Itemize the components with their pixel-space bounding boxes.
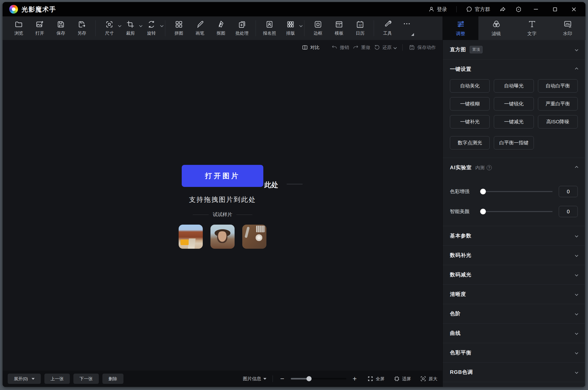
digital-dim-light-header[interactable]: 数码减光 bbox=[443, 265, 585, 284]
tab-filter[interactable]: 滤镜 bbox=[478, 16, 514, 40]
smart-beauty-slider[interactable] bbox=[480, 208, 553, 215]
login-button[interactable]: 登录 bbox=[428, 6, 447, 13]
tool-crop[interactable]: 裁剪 bbox=[121, 20, 140, 36]
tool-open[interactable]: 打开 bbox=[30, 20, 49, 36]
auto-white-balance-button[interactable]: 自动白平衡 bbox=[538, 79, 578, 93]
fit-screen-button[interactable]: 适屏 bbox=[394, 376, 411, 382]
high-iso-denoise-button[interactable]: 高ISO降噪 bbox=[538, 115, 578, 128]
delete-button[interactable]: 删除 bbox=[102, 374, 123, 384]
one-key-header[interactable]: 一键设置 bbox=[443, 59, 585, 79]
redo-button[interactable]: 重做 bbox=[353, 44, 370, 51]
tool-layout[interactable]: 排版 bbox=[281, 20, 300, 36]
official-group-button[interactable]: 官方群 bbox=[466, 6, 490, 13]
tool-cutout[interactable]: 抠图 bbox=[211, 20, 230, 36]
previous-button[interactable]: 上一张 bbox=[44, 374, 70, 384]
tool-template[interactable]: 模板 bbox=[330, 20, 349, 36]
compare-label: 对比 bbox=[310, 44, 320, 51]
tool-tools[interactable]: 工具 bbox=[378, 20, 397, 36]
thumb-detail bbox=[217, 231, 227, 243]
tool-id-photo[interactable]: 报名照 bbox=[260, 20, 279, 36]
tool-save[interactable]: 保存 bbox=[51, 20, 70, 36]
one-key-sharpen-button[interactable]: 一键锐化 bbox=[494, 97, 534, 111]
canvas-area[interactable]: 对比 撤销 重做 还原 bbox=[3, 40, 442, 371]
one-key-blur-button[interactable]: 一键模糊 bbox=[450, 97, 490, 111]
app-window: 光影魔术手 登录 官方群 bbox=[3, 2, 585, 387]
rgb-tone-header[interactable]: RGB色调 bbox=[443, 363, 585, 382]
color-enhance-slider[interactable] bbox=[480, 188, 553, 195]
tool-batch[interactable]: 批处理 bbox=[233, 20, 252, 36]
auto-exposure-button[interactable]: 自动曝光 bbox=[494, 79, 534, 93]
user-icon bbox=[428, 6, 435, 12]
severe-white-balance-button[interactable]: 严重白平衡 bbox=[538, 97, 578, 111]
zoom-in-button[interactable]: + bbox=[351, 375, 358, 383]
zoom-out-button[interactable]: − bbox=[279, 375, 286, 383]
tool-label: 日历 bbox=[356, 30, 364, 36]
smart-beauty-label: 智能美颜 bbox=[450, 208, 480, 215]
tool-label: 批处理 bbox=[236, 30, 249, 36]
tab-text[interactable]: 文字 bbox=[514, 16, 550, 40]
help-icon[interactable]: ? bbox=[487, 165, 492, 170]
tool-more[interactable] bbox=[399, 21, 415, 35]
slider-handle[interactable] bbox=[480, 189, 486, 194]
tool-calendar[interactable]: 12 日历 bbox=[351, 20, 370, 36]
histogram-header[interactable]: 直方图 置顶 bbox=[443, 40, 585, 59]
dropdown-arrow-icon bbox=[32, 378, 35, 380]
one-key-dim-light-button[interactable]: 一键减光 bbox=[494, 115, 534, 128]
smart-beauty-value[interactable]: 0 bbox=[559, 206, 578, 217]
tool-brush[interactable]: 画笔 bbox=[190, 20, 209, 36]
window-minimize-button[interactable] bbox=[531, 5, 541, 14]
tool-save-as[interactable]: 另存 bbox=[72, 20, 91, 36]
ai-lab-header[interactable]: AI实验室 内测 ? bbox=[443, 158, 585, 177]
tool-label: 报名照 bbox=[263, 30, 276, 36]
tab-adjust[interactable]: 调整 bbox=[443, 16, 478, 40]
curves-header[interactable]: 曲线 bbox=[443, 324, 585, 343]
tool-browse[interactable]: 浏览 bbox=[9, 20, 28, 36]
open-image-button[interactable]: 打开图片 bbox=[182, 165, 263, 187]
compare-button[interactable]: 对比 bbox=[302, 44, 320, 51]
tool-label: 抠图 bbox=[217, 30, 225, 36]
digital-fill-light-header[interactable]: 数码补光 bbox=[443, 246, 585, 265]
tool-label: 保存 bbox=[56, 30, 65, 36]
thumb-detail bbox=[180, 239, 189, 245]
sample-image-desert-bus[interactable] bbox=[179, 225, 203, 249]
one-key-grid: 自动美化 自动曝光 自动白平衡 一键模糊 一键锐化 严重白平衡 一键补光 一键减… bbox=[443, 79, 585, 128]
zoom-slider-handle[interactable] bbox=[306, 376, 312, 381]
clarity-header[interactable]: 清晰度 bbox=[443, 285, 585, 304]
restore-button[interactable]: 还原 bbox=[374, 44, 396, 51]
ai-lab-title: AI实验室 bbox=[450, 164, 472, 171]
sample-image-woman[interactable] bbox=[210, 225, 235, 249]
window-maximize-button[interactable] bbox=[550, 5, 560, 14]
sample-image-desk[interactable] bbox=[242, 225, 266, 249]
color-balance-header[interactable]: 色彩平衡 bbox=[443, 343, 585, 362]
image-info-button[interactable]: 图片信息 bbox=[243, 376, 266, 382]
slider-handle[interactable] bbox=[480, 209, 486, 214]
tool-rotate[interactable]: 旋转 bbox=[142, 20, 161, 36]
tool-size[interactable]: 尺寸 bbox=[100, 20, 119, 36]
section-color-balance: 色彩平衡 bbox=[443, 343, 585, 363]
tool-border[interactable]: 边框 bbox=[309, 20, 327, 36]
basic-params-header[interactable]: 基本参数 bbox=[443, 226, 585, 245]
tool-collage[interactable]: 拼图 bbox=[169, 20, 188, 36]
digital-spot-metering-button[interactable]: 数字点测光 bbox=[450, 136, 490, 149]
undo-button[interactable]: 撤销 bbox=[331, 44, 349, 51]
levels-header[interactable]: 色阶 bbox=[443, 304, 585, 323]
tab-label: 滤镜 bbox=[492, 31, 501, 37]
fullscreen-button[interactable]: 全屏 bbox=[367, 376, 384, 382]
white-balance-one-touch-button[interactable]: 白平衡一指键 bbox=[494, 136, 534, 149]
tab-watermark[interactable]: 水印 bbox=[550, 16, 585, 40]
share-button[interactable] bbox=[499, 6, 506, 13]
zoom-slider[interactable] bbox=[291, 376, 346, 382]
chevron-down-icon bbox=[393, 46, 397, 49]
one-key-fill-light-button[interactable]: 一键补光 bbox=[450, 115, 490, 128]
original-size-button[interactable]: 原大 bbox=[420, 376, 437, 382]
window-close-button[interactable] bbox=[569, 5, 579, 14]
auto-beautify-button[interactable]: 自动美化 bbox=[450, 79, 490, 93]
next-button[interactable]: 下一张 bbox=[73, 374, 99, 384]
filter-circles-icon bbox=[492, 20, 501, 28]
expand-button[interactable]: 展开(0) bbox=[8, 374, 41, 384]
save-action-button[interactable]: 保存动作 bbox=[409, 44, 436, 51]
settings-button[interactable] bbox=[515, 6, 522, 13]
thumb-detail bbox=[256, 234, 262, 241]
gear-icon bbox=[515, 6, 522, 13]
color-enhance-value[interactable]: 0 bbox=[559, 186, 578, 197]
